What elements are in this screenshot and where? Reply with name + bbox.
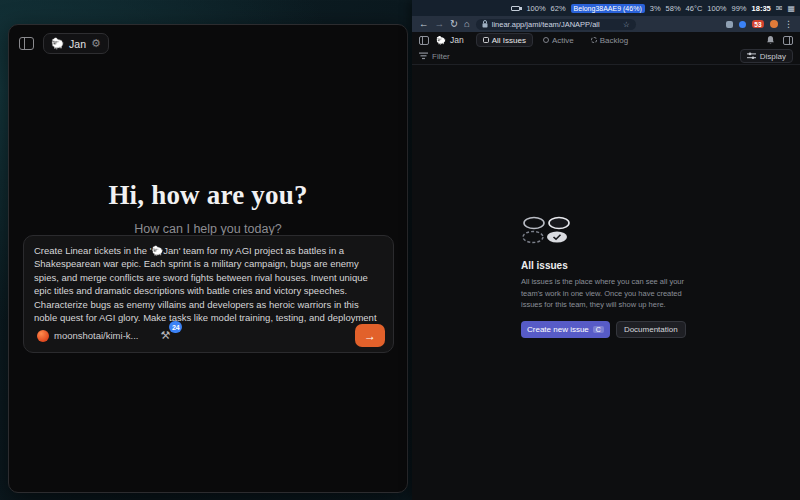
profile-avatar[interactable] (770, 20, 778, 28)
workspace-emoji: 🐑 (51, 37, 64, 50)
shortcut-key-badge: C (593, 326, 604, 333)
linear-view-tabs: All Issues Active Backlog (476, 33, 636, 47)
address-url: linear.app/jami/team/JANAPP/all (492, 20, 600, 29)
model-selector[interactable]: moonshotai/kimi-k... (33, 328, 142, 344)
browser-window: 100% 62% Belong38AAE9 (46%) 3% 58% 46°C … (412, 0, 800, 500)
address-bar[interactable]: linear.app/jami/team/JANAPP/all ☆ (476, 19, 636, 30)
prompt-input[interactable]: Create Linear tickets in the '🐑Jan' team… (34, 244, 383, 328)
filter-label: Filter (432, 52, 450, 61)
notifications-bell-icon[interactable] (766, 35, 775, 45)
cpu-percent: 3% (650, 4, 661, 13)
battery-percent: 100% (526, 4, 545, 13)
workspace-label: Jan (69, 38, 86, 50)
tab-backlog[interactable]: Backlog (584, 33, 635, 47)
storage-percent: 100% (707, 4, 726, 13)
display-button[interactable]: Display (740, 49, 793, 63)
linear-workspace[interactable]: 🐑 Jan (436, 35, 464, 45)
empty-state-actions: Create new issue C Documentation (521, 321, 691, 338)
empty-state: All issues All issues is the place where… (521, 215, 691, 338)
active-circle-icon (543, 37, 549, 43)
forward-icon[interactable]: → (435, 19, 445, 29)
tab-active[interactable]: Active (536, 33, 581, 47)
composer-toolbar: moonshotai/kimi-k... ⚒ 24 → (33, 324, 385, 347)
send-arrow-icon: → (364, 329, 376, 343)
signal-percent: 99% (732, 4, 747, 13)
tools-icon: ⚒ (160, 329, 170, 341)
model-label: moonshotai/kimi-k... (54, 330, 138, 341)
temperature-value: 46°C (686, 4, 703, 13)
browser-toolbar: ← → ↻ ⌂ linear.app/jami/team/JANAPP/all … (412, 16, 800, 32)
empty-state-description: All issues is the place where you can se… (521, 276, 691, 311)
tab-label: All Issues (492, 36, 526, 45)
brightness-percent: 62% (551, 4, 566, 13)
documentation-label: Documentation (624, 325, 678, 334)
greeting-title: Hi, how are you? (9, 180, 407, 211)
linear-sidebar-toggle[interactable] (419, 36, 429, 45)
right-panel-toggle-icon[interactable] (783, 36, 793, 45)
shield-extension-icon[interactable] (739, 21, 746, 28)
panel-left-icon (419, 36, 429, 45)
all-issues-icon (483, 37, 489, 43)
linear-filter-bar: Filter Display (412, 48, 800, 65)
home-icon[interactable]: ⌂ (464, 19, 470, 29)
create-new-issue-label: Create new issue (527, 325, 589, 334)
browser-menu-icon[interactable]: ⋮ (784, 19, 793, 29)
tab-label: Backlog (600, 36, 628, 45)
jan-chat-window: 🐑 Jan ⚙ Hi, how are you? How can I help … (8, 24, 408, 493)
linear-workspace-emoji: 🐑 (436, 36, 446, 45)
back-icon[interactable]: ← (419, 19, 429, 29)
tools-button[interactable]: ⚒ 24 (158, 329, 172, 342)
extension-count-badge[interactable]: 53 (752, 20, 764, 28)
settings-gear-icon[interactable]: ⚙ (91, 38, 101, 49)
linear-content: All issues All issues is the place where… (412, 65, 800, 500)
filter-icon (419, 52, 428, 60)
workspace-selector[interactable]: 🐑 Jan ⚙ (43, 33, 109, 54)
tab-label: Active (552, 36, 574, 45)
chat-header: 🐑 Jan ⚙ (9, 25, 407, 62)
sidebar-toggle-button[interactable] (19, 37, 34, 50)
chat-hero: Hi, how are you? How can I help you toda… (9, 180, 407, 236)
linear-header: 🐑 Jan All Issues Active Backlog (412, 32, 800, 48)
battery-icon (511, 6, 520, 11)
issues-illustration-icon (521, 215, 573, 245)
tools-count-badge: 24 (169, 321, 182, 333)
lock-icon (482, 20, 488, 28)
display-label: Display (760, 52, 786, 61)
refresh-icon[interactable]: ↻ (450, 19, 458, 29)
memory-percent: 58% (666, 4, 681, 13)
sidebar-panel-icon (19, 37, 34, 50)
linear-header-right (766, 35, 793, 45)
composer-card[interactable]: Create Linear tickets in the '🐑Jan' team… (23, 235, 394, 353)
backlog-dashed-circle-icon (591, 37, 597, 43)
greeting-subtitle: How can I help you today? (9, 222, 407, 236)
documentation-button[interactable]: Documentation (616, 321, 686, 338)
browser-toolbar-right: 53 ⋮ (726, 19, 793, 29)
display-sliders-icon (747, 52, 756, 60)
tab-all-issues[interactable]: All Issues (476, 33, 533, 47)
model-logo-icon (37, 330, 49, 342)
empty-state-title: All issues (521, 260, 691, 271)
mail-icon[interactable]: ✉ (776, 4, 783, 13)
system-status-bar: 100% 62% Belong38AAE9 (46%) 3% 58% 46°C … (412, 0, 800, 16)
apps-grid-icon[interactable]: ▦ (787, 4, 795, 13)
linear-workspace-label: Jan (450, 35, 464, 45)
create-new-issue-button[interactable]: Create new issue C (521, 321, 610, 338)
clock: 18:35 (752, 4, 771, 13)
wifi-network-badge: Belong38AAE9 (46%) (571, 4, 645, 13)
bookmark-star-icon[interactable]: ☆ (623, 20, 630, 29)
extension-icon[interactable] (726, 21, 733, 28)
send-button[interactable]: → (355, 324, 385, 347)
filter-button[interactable]: Filter (419, 52, 450, 61)
